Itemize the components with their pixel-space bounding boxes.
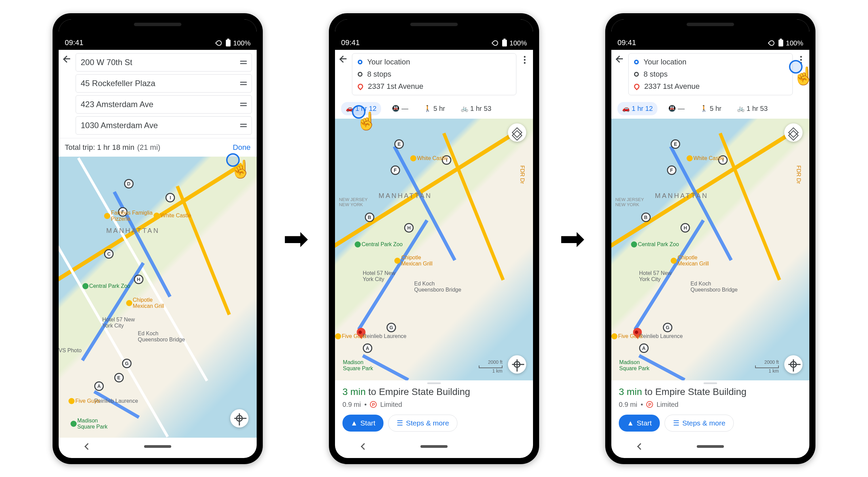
start-button[interactable]: ▲Start <box>619 415 660 432</box>
phone-screen-3: 09:41100% Your location 8 stops 2337 1st… <box>605 13 815 464</box>
location-icon <box>215 39 223 47</box>
layers-button[interactable] <box>508 123 526 142</box>
waypoint-d: D <box>124 179 134 188</box>
car-icon: 🚗 <box>346 105 353 112</box>
my-location-button[interactable] <box>784 355 803 374</box>
route-summary-card[interactable]: 3 min to Empire State Building 0.9 mi•PL… <box>611 380 809 438</box>
waypoint-e: E <box>114 373 124 382</box>
layers-icon <box>512 127 522 138</box>
stop-item[interactable]: 423 Amsterdam Ave <box>76 95 252 114</box>
destination-icon <box>357 82 364 90</box>
flow-arrow-icon: ➡ <box>559 221 585 256</box>
directions-card[interactable]: Your location 8 stops 2337 1st Avenue <box>628 53 793 95</box>
layers-button[interactable] <box>784 123 803 142</box>
route-summary-card[interactable]: 3 min to Empire State Building 0.9 mi•PL… <box>335 380 533 438</box>
mode-transit[interactable]: 🚇— <box>664 102 689 115</box>
back-button[interactable] <box>340 55 347 63</box>
nav-bar <box>59 438 257 458</box>
my-location-button[interactable] <box>230 409 249 428</box>
mode-transit[interactable]: 🚇— <box>387 102 413 115</box>
waypoint-i: I <box>165 193 175 202</box>
steps-button[interactable]: ☰Steps & more <box>665 415 734 432</box>
map-view[interactable]: MANHATTAN A C D E F G H I Famous Famigli… <box>59 157 257 438</box>
clock: 09:41 <box>65 38 216 47</box>
mode-bike[interactable]: 🚲1 hr 53 <box>732 102 772 115</box>
drag-handle-icon[interactable] <box>240 82 247 85</box>
my-location-button[interactable] <box>508 355 526 374</box>
transit-icon: 🚇 <box>392 105 399 112</box>
map-scale: 2000 ft1 km <box>479 359 502 374</box>
stop-item[interactable]: 1030 Amsterdam Ave <box>76 116 252 135</box>
waypoint-c: C <box>104 249 114 259</box>
stop-item[interactable]: 200 W 70th St <box>76 53 252 72</box>
steps-button[interactable]: ☰Steps & more <box>388 415 457 432</box>
travel-mode-tabs: 🚗1 hr 12 🚇— 🚶5 hr 🚲1 hr 53 <box>335 99 533 119</box>
nav-back-icon[interactable] <box>84 443 91 450</box>
stops-icon <box>358 72 362 77</box>
mode-bike[interactable]: 🚲1 hr 53 <box>456 102 496 115</box>
overflow-menu-button[interactable] <box>521 53 528 66</box>
navigate-icon: ▲ <box>351 419 358 427</box>
overflow-menu-button[interactable] <box>797 53 805 66</box>
trip-summary: Total trip: 1 hr 18 min(21 mi) Done <box>59 138 257 157</box>
back-button[interactable] <box>616 55 624 63</box>
list-icon: ☰ <box>397 419 403 427</box>
mode-car[interactable]: 🚗1 hr 12 <box>617 102 657 115</box>
map-view[interactable]: MANHATTAN NEW JERSEY NEW YORK A B E F G … <box>611 119 809 380</box>
stops-list: 200 W 70th St 45 Rockefeller Plaza 423 A… <box>76 53 252 135</box>
back-button[interactable] <box>63 55 71 63</box>
drag-handle-icon[interactable] <box>240 124 247 127</box>
flow-arrow-icon: ➡ <box>283 221 309 256</box>
waypoint-h: H <box>134 275 143 284</box>
stop-item[interactable]: 45 Rockefeller Plaza <box>76 74 252 93</box>
eta-text: 3 min to Empire State Building <box>342 386 526 397</box>
directions-card[interactable]: Your location 8 stops 2337 1st Avenue <box>352 53 516 95</box>
mode-walk[interactable]: 🚶5 hr <box>419 102 450 115</box>
phone-screen-2: 09:41100% Your location 8 stops 2337 1st… <box>329 13 539 464</box>
nav-back-icon[interactable] <box>361 443 368 450</box>
battery-icon <box>226 40 231 46</box>
manhattan-label: MANHATTAN <box>106 227 159 235</box>
walk-icon: 🚶 <box>424 105 431 112</box>
mode-car[interactable]: 🚗1 hr 12 <box>341 102 381 115</box>
waypoint-g: G <box>122 359 132 368</box>
drag-handle-icon[interactable] <box>240 61 247 64</box>
origin-icon <box>358 60 362 64</box>
nav-home-icon[interactable] <box>144 445 171 448</box>
start-button[interactable]: ▲Start <box>342 415 383 432</box>
map-view[interactable]: MANHATTAN NEW JERSEY NEW YORK A B E F G … <box>335 119 533 380</box>
phone-screen-1: 09:41 100% 200 W 70th St 45 Rockefeller … <box>53 13 263 464</box>
drag-handle-icon[interactable] <box>240 103 247 106</box>
done-button[interactable]: Done <box>233 143 251 152</box>
bike-icon: 🚲 <box>461 105 468 112</box>
nav-home-icon[interactable] <box>420 445 448 448</box>
mode-walk[interactable]: 🚶5 hr <box>695 102 726 115</box>
waypoint-a: A <box>94 381 104 391</box>
parking-icon: P <box>370 401 377 408</box>
